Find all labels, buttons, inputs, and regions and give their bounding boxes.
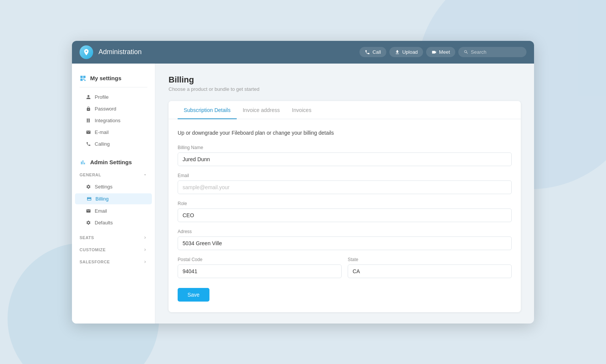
- sidebar-item-defaults[interactable]: Defaults: [72, 217, 155, 229]
- customize-label: CUSTOMIZE: [80, 247, 106, 252]
- billing-icon: [86, 196, 92, 201]
- tab-bar: Subscription Details Invoice address Inv…: [169, 101, 521, 119]
- settings-label: Settings: [95, 184, 112, 190]
- header: Administration Call Upload Meet: [72, 41, 534, 64]
- state-input[interactable]: [348, 264, 512, 278]
- customize-group[interactable]: CUSTOMIZE: [72, 244, 155, 256]
- general-label: GENERAL: [80, 173, 101, 177]
- role-group: Role: [178, 201, 512, 222]
- integrations-label: Integrations: [95, 118, 120, 123]
- password-label: Password: [95, 106, 116, 112]
- sidebar: My settings Profile Password Integratio: [72, 64, 155, 324]
- billing-card: Subscription Details Invoice address Inv…: [169, 101, 521, 312]
- call-label: Call: [372, 49, 381, 55]
- billing-label: Billing: [95, 196, 109, 202]
- general-group[interactable]: GENERAL: [72, 169, 155, 181]
- call-button[interactable]: Call: [359, 47, 386, 57]
- calling-icon: [86, 141, 91, 146]
- app-body: My settings Profile Password Integratio: [72, 64, 534, 324]
- tab-invoice-address[interactable]: Invoice address: [237, 101, 286, 119]
- search-bar[interactable]: [458, 47, 526, 57]
- sidebar-item-calling[interactable]: Calling: [72, 138, 155, 150]
- sidebar-item-password[interactable]: Password: [72, 103, 155, 115]
- billing-name-group: Billing Name: [178, 145, 512, 166]
- address-group: Adress: [178, 229, 512, 250]
- my-settings-label: My settings: [90, 75, 122, 81]
- page-subtitle: Choose a product or bundle to get starte…: [169, 86, 521, 92]
- integrations-icon: [86, 118, 91, 123]
- admin-settings-label: Admin Settings: [90, 159, 132, 165]
- upload-button[interactable]: Upload: [389, 47, 423, 57]
- billing-form: Up or downgrade your Fileboard plan or c…: [169, 119, 521, 312]
- page-title: Billing: [169, 75, 521, 85]
- my-settings-section: My settings: [72, 71, 155, 85]
- role-input[interactable]: [178, 208, 512, 222]
- postal-code-group: Postal Code: [178, 257, 342, 278]
- header-title: Administration: [98, 48, 359, 56]
- email-label: E-mail: [95, 129, 109, 135]
- salesforce-group[interactable]: SALESFORCE: [72, 256, 155, 268]
- postal-code-input[interactable]: [178, 264, 342, 278]
- tab-subscription-details[interactable]: Subscription Details: [178, 101, 237, 119]
- role-label: Role: [178, 201, 512, 206]
- app-window: Administration Call Upload Meet: [72, 41, 534, 324]
- sidebar-item-email[interactable]: E-mail: [72, 126, 155, 138]
- sidebar-item-settings[interactable]: Settings: [72, 181, 155, 193]
- admin-email-icon: [86, 208, 91, 213]
- seats-group[interactable]: SEATS: [72, 232, 155, 244]
- billing-name-label: Billing Name: [178, 145, 512, 150]
- sidebar-item-integrations[interactable]: Integrations: [72, 115, 155, 126]
- email-input[interactable]: [178, 180, 512, 194]
- app-logo: [80, 45, 93, 59]
- defaults-label: Defaults: [95, 220, 113, 226]
- sidebar-item-admin-email[interactable]: Email: [72, 205, 155, 217]
- postal-code-label: Postal Code: [178, 257, 342, 262]
- state-label: State: [348, 257, 512, 262]
- state-group: State: [348, 257, 512, 278]
- sidebar-item-billing[interactable]: Billing: [75, 193, 152, 204]
- billing-name-input[interactable]: [178, 152, 512, 166]
- admin-email-label: Email: [95, 208, 107, 214]
- salesforce-label: SALESFORCE: [80, 260, 110, 264]
- main-content: Billing Choose a product or bundle to ge…: [155, 64, 534, 324]
- tab-invoices[interactable]: Invoices: [286, 101, 317, 119]
- seats-label: SEATS: [80, 235, 94, 240]
- sidebar-item-profile[interactable]: Profile: [72, 91, 155, 103]
- admin-settings-section: Admin Settings: [72, 155, 155, 169]
- meet-button[interactable]: Meet: [426, 47, 455, 57]
- profile-label: Profile: [95, 94, 109, 100]
- defaults-icon: [86, 220, 91, 225]
- postal-state-row: Postal Code State: [178, 257, 512, 285]
- calling-label: Calling: [95, 141, 110, 147]
- upload-label: Upload: [402, 49, 418, 55]
- lock-icon: [86, 106, 91, 111]
- email-label: Email: [178, 173, 512, 178]
- email-icon: [86, 129, 91, 135]
- address-input[interactable]: [178, 236, 512, 250]
- profile-icon: [86, 94, 91, 100]
- email-group: Email: [178, 173, 512, 194]
- meet-label: Meet: [439, 49, 450, 55]
- settings-icon: [86, 184, 91, 189]
- form-description: Up or downgrade your Fileboard plan or c…: [178, 130, 512, 136]
- save-button[interactable]: Save: [178, 288, 209, 302]
- search-input[interactable]: [471, 49, 520, 55]
- address-label: Adress: [178, 229, 512, 234]
- header-actions: Call Upload Meet: [359, 47, 526, 57]
